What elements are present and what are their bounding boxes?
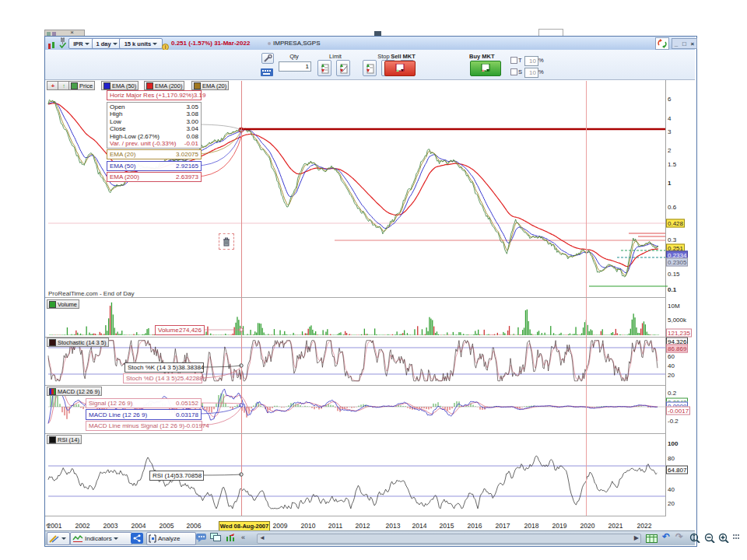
rsi-series xyxy=(48,456,657,509)
scroll-left-icon[interactable]: ◄ xyxy=(259,534,265,541)
symbol-label: IPR xyxy=(73,40,83,47)
axis-label: 0.1 xyxy=(668,286,676,293)
axis-label: 4 xyxy=(668,115,671,122)
stop-loss-pct-input[interactable] xyxy=(524,68,538,78)
macd-diff-tooltip: MACD Line minus Signal (12 26 9) -0.0197… xyxy=(86,421,202,431)
axis-label: 3 xyxy=(668,128,671,135)
year-label: 2021 xyxy=(605,522,626,530)
axis-label: 86.869 xyxy=(666,345,688,353)
axis-label: 0.15 xyxy=(668,271,680,278)
year-label: 2005 xyxy=(156,522,177,530)
minimize-button[interactable]: _ xyxy=(675,40,678,47)
chat-icon[interactable] xyxy=(196,533,207,542)
legend-volume-label: Volume xyxy=(58,301,77,308)
year-label: 2009 xyxy=(269,522,291,530)
chevron-down-icon xyxy=(113,43,117,45)
axis-label: 40 xyxy=(668,486,675,493)
symbol-selector[interactable]: IPR xyxy=(68,38,94,49)
legend-rsi[interactable]: RSI (14) xyxy=(47,435,82,444)
ema200-tooltip-value: 2.63973 xyxy=(176,173,198,180)
year-label: 2001 xyxy=(44,522,65,530)
axis-label: 0.3 xyxy=(668,236,676,243)
scanner-icon[interactable] xyxy=(226,533,236,542)
buy-mkt-button[interactable] xyxy=(470,61,501,76)
period-selector[interactable]: 1 day xyxy=(92,38,121,49)
instrument-name: IMPRESA,SGPS xyxy=(273,40,320,47)
report-icon[interactable] xyxy=(646,533,658,543)
scroll-right-icon[interactable]: ▶ xyxy=(634,534,639,541)
zoom-out-icon[interactable] xyxy=(704,533,715,543)
year-label: 2004 xyxy=(128,522,149,530)
x-axis-line xyxy=(45,516,666,516)
legend-ema20[interactable]: EMA (20) xyxy=(191,81,229,90)
legend-price-label: Price xyxy=(79,82,93,89)
panel-separator[interactable] xyxy=(45,385,666,386)
panel-separator[interactable] xyxy=(45,433,666,434)
refresh-button[interactable] xyxy=(655,37,669,50)
chevron-down-icon xyxy=(61,537,66,540)
close-button[interactable]: × xyxy=(690,40,694,47)
legend-ema200-label: EMA (200) xyxy=(155,82,182,89)
trailing-checkbox[interactable] xyxy=(510,57,517,64)
legend-macd[interactable]: MACD (12 26 9) xyxy=(47,387,102,396)
year-label: 2002 xyxy=(72,522,93,530)
zoom-vertical-icon[interactable] xyxy=(689,533,700,543)
indicators-button[interactable]: Indicators xyxy=(70,532,132,545)
axis-label: 5,000k xyxy=(668,317,686,324)
windows-icon[interactable] xyxy=(210,533,222,542)
axis-label: 20 xyxy=(668,372,675,379)
sell-limit-order-button[interactable] xyxy=(336,60,350,76)
ohlc-row: Open3.05 xyxy=(110,103,198,110)
undo-icon[interactable]: ↶ xyxy=(662,531,670,542)
last-quote: 0.251 (-1.57%) 31-Mar-2022 xyxy=(171,40,250,47)
legend-ema20-label: EMA (20) xyxy=(202,82,226,89)
panel-separator[interactable] xyxy=(45,297,666,298)
wrench-icon[interactable] xyxy=(261,53,274,64)
ema50-tooltip-value: 2.92165 xyxy=(176,163,198,170)
macd-line-value: 0.03178 xyxy=(176,411,198,418)
collapse-icon[interactable]: « xyxy=(241,534,245,541)
resistance-label: Horiz Major Res (+1,170.92%) xyxy=(110,92,194,99)
volume-tooltip: Volume 274,426 xyxy=(155,325,205,335)
redo-icon[interactable]: ↷ xyxy=(675,531,683,542)
stoch-d-label: Stoch %D (14 3 5) xyxy=(126,375,177,382)
legend-price[interactable]: Price xyxy=(68,81,95,90)
horizontal-scrollbar[interactable]: ◄ ▶ xyxy=(257,534,641,544)
bottom-toolbar: Indicators Analyze « ◄ ▶ ↶ ↷ xyxy=(45,530,695,545)
share-icon[interactable] xyxy=(131,533,143,544)
stop-loss-pct-sign: % xyxy=(538,68,544,75)
ohlc-tooltip: Open3.05High3.08Low3.00Close3.04High-Low… xyxy=(107,102,202,149)
legend-ema50[interactable]: EMA (50) xyxy=(101,81,139,90)
panel-separator[interactable] xyxy=(45,337,666,338)
year-label: 2022 xyxy=(633,522,655,530)
qty-input[interactable] xyxy=(279,61,311,72)
macd-diff-value: -0.01974 xyxy=(184,422,209,429)
analyze-label: Analyze xyxy=(158,535,180,542)
keyboard-icon[interactable] xyxy=(261,65,273,79)
stoch-k-value: 38.38384 xyxy=(178,364,204,371)
trailing-pct-input[interactable] xyxy=(524,56,538,66)
legend-volume[interactable]: Volume xyxy=(47,299,79,309)
rsi-line xyxy=(48,456,657,509)
units-selector[interactable]: 15 k units xyxy=(119,38,163,49)
ohlc-row: High3.08 xyxy=(110,110,198,117)
legend-stochastic[interactable]: Stochastic (14 3 5) xyxy=(47,338,109,347)
volume-swatch xyxy=(49,301,56,308)
zoom-in-icon[interactable] xyxy=(718,533,729,543)
maximize-button[interactable]: □ xyxy=(682,40,686,47)
legend-ema200[interactable]: EMA (200) xyxy=(144,81,184,90)
volume-tooltip-label: Volume xyxy=(158,327,179,334)
legend-ema50-label: EMA (50) xyxy=(112,82,136,89)
year-label: 2011 xyxy=(324,522,346,530)
stop-loss-checkbox[interactable] xyxy=(510,68,517,75)
period-label: 1 day xyxy=(96,40,110,47)
draw-tool-button[interactable] xyxy=(47,532,70,545)
analyze-button[interactable]: Analyze xyxy=(146,532,196,545)
axis-label: 100 xyxy=(668,440,678,447)
more-options-icon[interactable] xyxy=(732,533,740,541)
year-label: 2016 xyxy=(464,522,486,530)
buy-limit-order-button[interactable] xyxy=(317,60,331,76)
stop-order-button-1[interactable] xyxy=(363,60,377,76)
delete-drawing-button[interactable] xyxy=(219,233,234,250)
sell-mkt-button[interactable] xyxy=(384,61,416,76)
